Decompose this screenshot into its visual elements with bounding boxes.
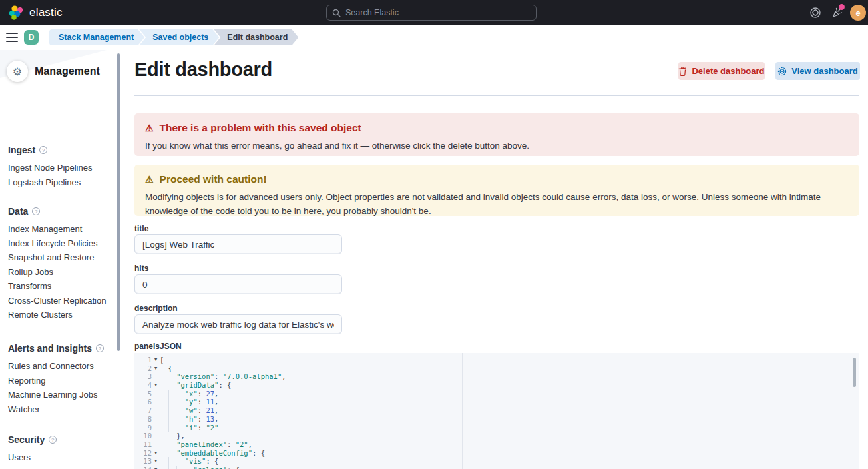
- warning-icon: ⚠: [145, 175, 154, 184]
- brand-name: elastic: [29, 6, 63, 19]
- line-number: 9: [134, 424, 152, 432]
- sidebar-item-watcher[interactable]: Watcher: [8, 402, 114, 417]
- warning-callout-body: Modifying objects is for advanced users …: [145, 191, 849, 219]
- code-line[interactable]: 13▼"vis": {: [134, 457, 859, 466]
- fold-gutter: [152, 390, 160, 398]
- sidebar-item-rollup-jobs[interactable]: Rollup Jobs: [8, 265, 114, 280]
- fold-gutter: [152, 424, 160, 432]
- code-line[interactable]: 6"y": 11,: [134, 398, 859, 406]
- fold-arrow-icon[interactable]: ▼: [152, 466, 160, 469]
- sidebar-section-title: Data?: [8, 205, 114, 218]
- sidebar-item-index-lifecycle-policies[interactable]: Index Lifecycle Policies: [8, 236, 114, 251]
- fold-gutter: [152, 398, 160, 406]
- question-circle-icon[interactable]: ?: [96, 344, 104, 352]
- fold-arrow-icon[interactable]: ▼: [152, 381, 160, 390]
- sidebar-item-transforms[interactable]: Transforms: [8, 279, 114, 294]
- code-line[interactable]: 9"i": "2": [134, 424, 859, 432]
- sidebar-item-logstash-pipelines[interactable]: Logstash Pipelines: [8, 175, 114, 190]
- code-line[interactable]: 2▼{: [134, 364, 859, 373]
- sidebar-item-remote-clusters[interactable]: Remote Clusters: [8, 308, 114, 322]
- breadcrumb: Stack Management Saved objects Edit dash…: [49, 29, 298, 45]
- fold-gutter: [152, 406, 160, 415]
- code-line[interactable]: 12▼"embeddableConfig": {: [134, 449, 859, 458]
- sidebar-item-roles[interactable]: Roles: [8, 465, 114, 469]
- line-number: 12: [134, 449, 152, 458]
- header-divider: [134, 95, 859, 96]
- description-field[interactable]: [134, 314, 342, 334]
- view-dashboard-label: View dashboard: [791, 66, 857, 76]
- sidebar-item-snapshot-and-restore[interactable]: Snapshot and Restore: [8, 250, 114, 265]
- line-number: 2: [134, 364, 152, 373]
- breadcrumb-stack-management[interactable]: Stack Management: [49, 29, 144, 45]
- code-line[interactable]: 7"w": 21,: [134, 406, 859, 415]
- code-line[interactable]: 10},: [134, 432, 859, 440]
- line-number: 14: [134, 466, 152, 469]
- line-number: 13: [134, 457, 152, 466]
- code-text: "h": 13,: [160, 415, 859, 424]
- line-number: 7: [134, 406, 152, 415]
- code-text: "vis": {: [160, 457, 859, 466]
- delete-dashboard-button[interactable]: Delete dashboard: [678, 62, 765, 80]
- question-circle-icon[interactable]: ?: [32, 207, 40, 215]
- view-dashboard-button[interactable]: View dashboard: [775, 62, 860, 80]
- fold-arrow-icon[interactable]: ▼: [152, 449, 160, 458]
- menu-hamburger-icon[interactable]: [6, 33, 18, 42]
- code-line[interactable]: 1▼[: [134, 356, 859, 364]
- code-line[interactable]: 14▼"colors": {: [134, 466, 859, 469]
- sidebar-item-reporting[interactable]: Reporting: [8, 374, 114, 388]
- fold-gutter: [152, 372, 160, 381]
- alert-icon: ⚠: [145, 123, 154, 133]
- global-search-input[interactable]: Search Elastic: [326, 5, 537, 21]
- code-text: "gridData": {: [160, 381, 859, 390]
- sidebar-item-index-management[interactable]: Index Management: [8, 222, 114, 236]
- sidebar-item-rules-and-connectors[interactable]: Rules and Connectors: [8, 359, 114, 374]
- question-circle-icon[interactable]: ?: [49, 436, 57, 444]
- search-placeholder: Search Elastic: [345, 8, 399, 17]
- line-number: 3: [134, 372, 152, 381]
- fold-gutter: [152, 432, 160, 440]
- space-badge[interactable]: D: [24, 30, 39, 45]
- question-circle-icon[interactable]: ?: [39, 146, 47, 154]
- code-line[interactable]: 3"version": "7.0.0-alpha1",: [134, 372, 859, 381]
- sidebar-item-cross-cluster-replication[interactable]: Cross-Cluster Replication: [8, 294, 114, 308]
- line-number: 10: [134, 432, 152, 440]
- breadcrumb-saved-objects[interactable]: Saved objects: [139, 29, 219, 45]
- sidebar-section-title: Ingest?: [8, 143, 114, 157]
- elastic-logo-icon[interactable]: [9, 5, 25, 20]
- panelsjson-code-editor[interactable]: 1▼[2▼{3"version": "7.0.0-alpha1",4▼"grid…: [134, 353, 859, 469]
- sidebar-item-ingest-node-pipelines[interactable]: Ingest Node Pipelines: [8, 161, 114, 175]
- warning-callout-title: Proceed with caution!: [160, 173, 267, 185]
- gear-icon: ⚙: [7, 61, 28, 82]
- editor-scrollbar[interactable]: [853, 358, 856, 387]
- code-line[interactable]: 11"panelIndex": "2",: [134, 440, 859, 449]
- hits-field[interactable]: [134, 274, 342, 294]
- help-icon[interactable]: [809, 7, 821, 19]
- code-line[interactable]: 8"h": 13,: [134, 415, 859, 424]
- panelsjson-field-label: panelsJSON: [134, 342, 182, 351]
- error-callout-title: There is a problem with this saved objec…: [160, 122, 361, 134]
- code-text: "panelIndex": "2",: [160, 440, 859, 449]
- line-number: 1: [134, 356, 152, 364]
- code-line[interactable]: 5"x": 27,: [134, 390, 859, 398]
- sidebar-section-ingest: Ingest?Ingest Node PipelinesLogstash Pip…: [8, 143, 114, 189]
- code-text: "version": "7.0.0-alpha1",: [160, 372, 859, 381]
- code-text: "colors": {: [160, 466, 859, 469]
- fold-gutter: [152, 440, 160, 449]
- title-field[interactable]: [134, 234, 342, 254]
- description-field-label: description: [134, 304, 178, 313]
- code-text: "embeddableConfig": {: [160, 449, 859, 458]
- line-number: 11: [134, 440, 152, 449]
- line-number: 8: [134, 415, 152, 424]
- sidebar-item-users[interactable]: Users: [8, 450, 114, 465]
- sidebar-section-alerts-and-insights: Alerts and Insights?Rules and Connectors…: [8, 342, 114, 416]
- delete-dashboard-label: Delete dashboard: [692, 66, 764, 76]
- sidebar-item-machine-learning-jobs[interactable]: Machine Learning Jobs: [8, 388, 114, 402]
- line-number: 4: [134, 381, 152, 390]
- fold-arrow-icon[interactable]: ▼: [152, 457, 160, 466]
- fold-arrow-icon[interactable]: ▼: [152, 364, 160, 373]
- code-line[interactable]: 4▼"gridData": {: [134, 381, 859, 390]
- sidebar-scrollbar[interactable]: [117, 53, 120, 351]
- sidebar-title: Management: [35, 65, 100, 77]
- fold-arrow-icon[interactable]: ▼: [152, 356, 160, 364]
- user-avatar[interactable]: e: [850, 5, 866, 21]
